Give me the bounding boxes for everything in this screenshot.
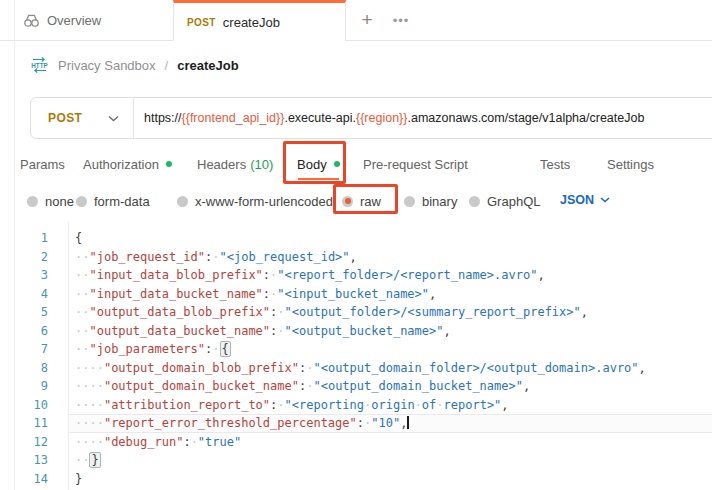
chevron-down-icon: [600, 197, 610, 203]
tab-authorization-label: Authorization: [83, 157, 159, 172]
line-number: 5: [14, 303, 48, 322]
svg-text:HTTP: HTTP: [31, 62, 47, 69]
code-line-10[interactable]: ····"attribution_report_to":·"<reporting…: [69, 396, 712, 415]
request-url[interactable]: https://{{frontend_api_id}}.execute-api.…: [134, 111, 644, 125]
url-variable: {{region}}: [356, 111, 407, 125]
line-number: 10: [14, 396, 48, 415]
code-line-11[interactable]: ····"report_error_threshold_percentage":…: [69, 414, 712, 433]
radio-binary-label: binary: [422, 194, 457, 209]
tab-overview-label: Overview: [47, 13, 101, 28]
radio-x-www-label: x-www-form-urlencoded: [195, 194, 333, 209]
tab-authorization[interactable]: Authorization: [83, 156, 172, 172]
breadcrumb: HTTP Privacy Sandbox / createJob: [30, 41, 239, 89]
breadcrumb-request-name[interactable]: createJob: [177, 58, 238, 73]
line-number: 1: [14, 229, 48, 248]
radio-x-www-dot: [177, 196, 188, 207]
line-number: 8: [14, 359, 48, 378]
tab-createjob[interactable]: POST createJob: [173, 0, 346, 41]
code-line-8[interactable]: ····"output_domain_blob_prefix":·"<outpu…: [69, 359, 712, 378]
line-number: 13: [14, 451, 48, 470]
tab-method-badge: POST: [187, 17, 216, 28]
tab-createjob-label: createJob: [223, 15, 280, 30]
tab-body[interactable]: Body: [297, 156, 340, 172]
code-line-14[interactable]: }: [69, 470, 712, 489]
line-number: 3: [14, 266, 48, 285]
body-status-dot: [334, 161, 340, 167]
radio-graphql-dot: [469, 196, 480, 207]
tab-pre-request-script[interactable]: Pre-request Script: [363, 156, 468, 172]
radio-form-data-dot: [76, 196, 87, 207]
code-line-3[interactable]: ··"input_data_blob_prefix":·"<report_fol…: [69, 266, 712, 285]
editor-lines: {··"job_request_id":·"<job_request_id>",…: [69, 229, 712, 488]
line-number: 11: [14, 414, 48, 433]
radio-binary-dot: [404, 196, 415, 207]
body-type-selector: none form-data x-www-form-urlencoded raw…: [0, 186, 712, 218]
body-editor[interactable]: 1234567891011121314 {··"job_request_id":…: [0, 222, 712, 490]
tab-settings[interactable]: Settings: [607, 156, 654, 172]
window-tab-bar: Overview POST createJob + •••: [0, 0, 712, 41]
tab-headers-label: Headers: [197, 157, 246, 172]
code-line-6[interactable]: ··"output_data_bucket_name":·"<output_bu…: [69, 322, 712, 341]
code-line-2[interactable]: ··"job_request_id":·"<job_request_id>",: [69, 248, 712, 267]
tab-overview[interactable]: Overview: [14, 0, 173, 40]
tab-pre-request-script-label: Pre-request Script: [363, 157, 468, 172]
headers-count: (10): [250, 157, 273, 172]
tab-settings-label: Settings: [607, 157, 654, 172]
radio-graphql-label: GraphQL: [487, 194, 540, 209]
code-line-9[interactable]: ····"output_domain_bucket_name":·"<outpu…: [69, 377, 712, 396]
line-number: 4: [14, 285, 48, 304]
code-line-12[interactable]: ····"debug_run":·"true": [69, 433, 712, 452]
radio-x-www-form-urlencoded[interactable]: x-www-form-urlencoded: [177, 193, 333, 209]
overview-icon: [23, 12, 40, 29]
tab-tests[interactable]: Tests: [540, 156, 570, 172]
tab-headers[interactable]: Headers(10): [197, 156, 273, 172]
language-dropdown-label: JSON: [560, 193, 594, 207]
ellipsis-icon: •••: [393, 13, 410, 28]
radio-raw[interactable]: raw: [342, 193, 381, 209]
line-number: 2: [14, 248, 48, 267]
plus-icon: +: [361, 9, 372, 31]
radio-none[interactable]: none: [27, 193, 74, 209]
code-line-13[interactable]: ··}: [69, 451, 712, 470]
postman-window: Overview POST createJob + ••• HTTP Priva…: [0, 0, 712, 490]
line-number: 6: [14, 322, 48, 341]
tab-tests-label: Tests: [540, 157, 570, 172]
tab-params[interactable]: Params: [20, 156, 65, 172]
radio-form-data-label: form-data: [94, 194, 150, 209]
editor-gutter: 1234567891011121314: [14, 229, 48, 488]
http-request-icon: HTTP: [30, 56, 49, 74]
request-url-bar: POST https://{{frontend_api_id}}.execute…: [30, 97, 712, 139]
line-number: 7: [14, 340, 48, 359]
radio-raw-dot: [342, 196, 353, 207]
method-label: POST: [48, 111, 82, 125]
line-number: 14: [14, 470, 48, 489]
code-line-5[interactable]: ··"output_data_blob_prefix":·"<output_fo…: [69, 303, 712, 322]
radio-binary[interactable]: binary: [404, 193, 457, 209]
chevron-down-icon: [108, 115, 119, 122]
radio-form-data[interactable]: form-data: [76, 193, 150, 209]
line-number: 12: [14, 433, 48, 452]
radio-none-label: none: [45, 194, 74, 209]
radio-none-dot: [27, 196, 38, 207]
breadcrumb-collection[interactable]: Privacy Sandbox: [58, 58, 156, 73]
tab-options-button[interactable]: •••: [388, 8, 414, 32]
request-tabs: Params Authorization Headers(10) Body Pr…: [0, 147, 712, 187]
authorization-status-dot: [166, 161, 172, 167]
new-tab-button[interactable]: +: [354, 8, 380, 32]
code-line-1[interactable]: {: [69, 229, 712, 248]
line-number: 9: [14, 377, 48, 396]
breadcrumb-separator: /: [165, 58, 169, 73]
method-dropdown[interactable]: POST: [31, 98, 134, 138]
radio-raw-label: raw: [360, 194, 381, 209]
text-cursor: [407, 416, 409, 429]
code-line-4[interactable]: ··"input_data_bucket_name":·"<input_buck…: [69, 285, 712, 304]
code-line-7[interactable]: ··"job_parameters":·{: [69, 340, 712, 359]
url-variable: {{frontend_api_id}}: [182, 111, 285, 125]
tab-params-label: Params: [20, 157, 65, 172]
language-dropdown[interactable]: JSON: [560, 193, 610, 207]
radio-graphql[interactable]: GraphQL: [469, 193, 540, 209]
tab-body-label: Body: [297, 157, 327, 172]
